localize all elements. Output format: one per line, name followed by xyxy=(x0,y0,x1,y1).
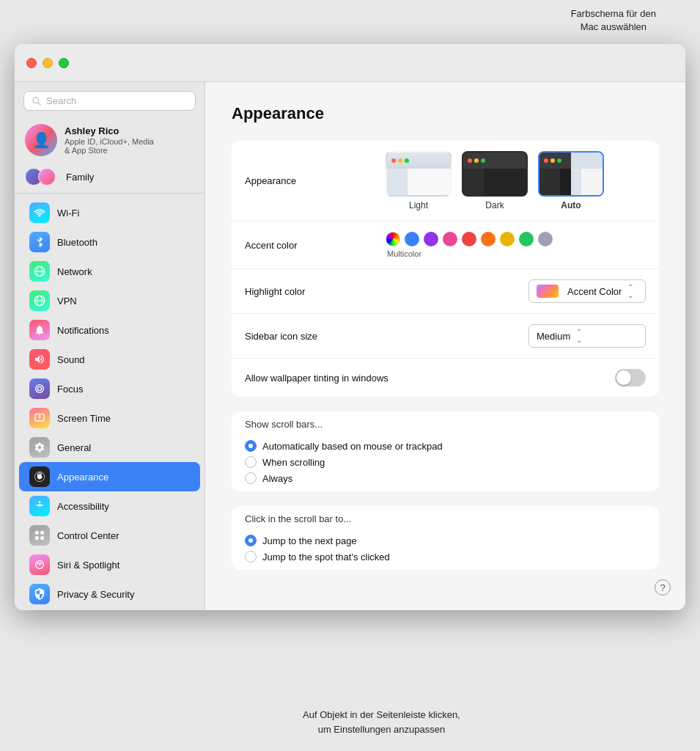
accent-circle-yellow[interactable] xyxy=(500,232,515,246)
sidebar-item-privacy[interactable]: Privacy & Security xyxy=(19,579,200,609)
sidebar-item-vpn[interactable]: VPN xyxy=(19,286,200,315)
sidebar-item-label-notifications: Notifications xyxy=(57,325,109,336)
search-box[interactable]: Search xyxy=(23,91,196,111)
sidebar-item-focus[interactable]: Focus xyxy=(19,374,200,403)
sidebar-item-bluetooth[interactable]: Bluetooth xyxy=(19,227,200,257)
sidebar-user[interactable]: 👤 Ashley Rico Apple ID, iCloud+, Media& … xyxy=(15,120,205,161)
minimize-button[interactable] xyxy=(43,58,53,68)
search-placeholder: Search xyxy=(46,95,76,106)
scroll-bars-auto[interactable]: Automatically based on mouse or trackpad xyxy=(245,440,646,452)
thumb-dot-yellow xyxy=(398,158,402,163)
annotation-bottom: Auf Objekt in der Seitenleiste klicken, … xyxy=(303,708,460,736)
accent-circle-orange[interactable] xyxy=(481,232,495,246)
screen-time-icon xyxy=(29,408,50,428)
click-scroll-next-label: Jump to the next page xyxy=(262,535,357,546)
click-scroll-next[interactable]: Jump to the next page xyxy=(245,535,646,546)
sidebar-item-sound[interactable]: Sound xyxy=(19,345,200,374)
sidebar-item-screen-time[interactable]: Screen Time xyxy=(19,403,200,433)
sidebar-item-siri-spotlight[interactable]: Siri & Spotlight xyxy=(19,550,200,579)
network-icon xyxy=(29,261,50,282)
main-layout: Search 👤 Ashley Rico Apple ID, iCloud+, … xyxy=(15,82,685,610)
control-center-icon xyxy=(29,525,50,546)
thumb-dot-yellow-dark xyxy=(474,158,479,163)
sidebar-item-appearance[interactable]: Appearance xyxy=(19,462,200,491)
accent-color-multicolor[interactable] xyxy=(386,232,400,246)
sidebar-item-control-center[interactable]: Control Center xyxy=(19,521,200,550)
radio-auto[interactable] xyxy=(245,440,257,452)
click-scroll-section: Click in the scroll bar to... Jump to th… xyxy=(232,506,659,570)
wallpaper-tinting-control[interactable] xyxy=(397,369,646,387)
click-scroll-spot[interactable]: Jump to the spot that's clicked xyxy=(245,551,646,563)
scroll-bars-always-label: Always xyxy=(262,473,292,484)
appearance-thumb-light xyxy=(386,151,452,197)
thumb-body-light xyxy=(408,169,450,197)
sidebar-icon-size-row: Sidebar icon size Medium ⌃⌄ xyxy=(232,314,659,359)
accent-circle-gray[interactable] xyxy=(538,232,553,246)
sidebar-item-general[interactable]: General xyxy=(19,433,200,462)
sidebar-size-dropdown[interactable]: Medium ⌃⌄ xyxy=(528,324,646,348)
thumb-content-light xyxy=(387,169,450,197)
sidebar-item-accessibility[interactable]: Accessibility xyxy=(19,491,200,521)
help-button[interactable]: ? xyxy=(655,579,671,596)
sidebar-family-item[interactable]: Family xyxy=(15,164,205,194)
sidebar-item-label-privacy: Privacy & Security xyxy=(57,589,134,600)
accent-color-row: Accent color xyxy=(232,221,659,269)
sidebar-icon-size-control[interactable]: Medium ⌃⌄ xyxy=(386,324,646,348)
sidebar-section-network: Wi-Fi Bluetooth Network xyxy=(15,197,205,610)
thumb-content-dark xyxy=(463,169,526,197)
thumb-dot-green-auto xyxy=(557,158,561,163)
appearance-option-auto[interactable]: Auto xyxy=(538,151,604,210)
accent-circle-pink[interactable] xyxy=(443,232,457,246)
radio-always[interactable] xyxy=(245,472,257,484)
appearance-label-light: Light xyxy=(409,200,428,210)
accent-circle-blue[interactable] xyxy=(405,232,419,246)
accent-circle-purple[interactable] xyxy=(424,232,438,246)
appearance-label-dark: Dark xyxy=(485,200,504,210)
thumb-menubar-auto xyxy=(539,153,603,169)
sidebar-item-label-wifi: Wi-Fi xyxy=(57,208,79,219)
sidebar-item-label-accessibility: Accessibility xyxy=(57,501,109,512)
highlight-dropdown[interactable]: Accent Color ⌃⌄ xyxy=(528,279,646,303)
multicolor-label: Multicolor xyxy=(386,249,553,258)
sidebar-icon-size-label: Sidebar icon size xyxy=(245,331,377,342)
wallpaper-tinting-toggle[interactable] xyxy=(615,369,646,387)
highlight-color-control[interactable]: Accent Color ⌃⌄ xyxy=(386,279,646,303)
highlight-value: Accent Color xyxy=(567,286,622,297)
accent-circle-multicolor[interactable] xyxy=(386,232,400,246)
siri-icon xyxy=(29,554,50,575)
focus-icon xyxy=(29,378,50,399)
svg-rect-13 xyxy=(35,536,39,540)
sidebar-item-network[interactable]: Network xyxy=(19,257,200,286)
sidebar-item-label-vpn: VPN xyxy=(57,296,77,307)
wallpaper-tinting-label: Allow wallpaper tinting in windows xyxy=(245,373,388,384)
sidebar-item-notifications[interactable]: Notifications xyxy=(19,315,200,345)
sidebar-item-wifi[interactable]: Wi-Fi xyxy=(19,198,200,227)
accent-circle-red[interactable] xyxy=(462,232,476,246)
close-button[interactable] xyxy=(26,58,37,68)
radio-next-page[interactable] xyxy=(245,535,257,546)
accent-circle-green[interactable] xyxy=(519,232,534,246)
appearance-selector-control: Light xyxy=(386,151,646,210)
appearance-section: Appearance xyxy=(232,141,659,397)
maximize-button[interactable] xyxy=(59,58,69,68)
scroll-bars-always[interactable]: Always xyxy=(245,472,646,484)
radio-scrolling[interactable] xyxy=(245,456,257,468)
svg-point-16 xyxy=(39,564,40,565)
radio-spot[interactable] xyxy=(245,551,257,563)
sidebar-item-label-siri-spotlight: Siri & Spotlight xyxy=(57,560,119,571)
svg-point-10 xyxy=(39,501,41,503)
thumb-sidebar-auto xyxy=(539,169,560,197)
wallpaper-tinting-row: Allow wallpaper tinting in windows xyxy=(232,359,659,397)
appearance-option-light[interactable]: Light xyxy=(386,151,452,210)
user-info: Ashley Rico Apple ID, iCloud+, Media& Ap… xyxy=(65,125,154,155)
appearance-option-dark[interactable]: Dark xyxy=(462,151,528,210)
scroll-bars-scrolling[interactable]: When scrolling xyxy=(245,456,646,468)
thumb-dot-yellow-auto xyxy=(550,158,555,163)
sidebar-item-label-screen-time: Screen Time xyxy=(57,413,111,424)
sidebar: Search 👤 Ashley Rico Apple ID, iCloud+, … xyxy=(15,82,205,610)
sound-icon xyxy=(29,349,50,370)
thumb-dot-red xyxy=(391,158,396,163)
family-label: Family xyxy=(66,172,94,183)
click-scroll-spot-label: Jump to the spot that's clicked xyxy=(262,552,390,563)
sidebar-size-value: Medium xyxy=(537,331,570,342)
